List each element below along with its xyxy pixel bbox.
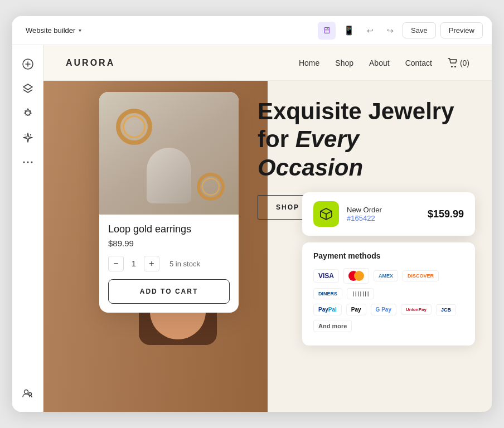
svg-point-5	[27, 162, 28, 163]
paypal-logo: PayPal	[313, 304, 342, 315]
add-to-cart-button[interactable]: ADD TO CART	[108, 279, 230, 304]
left-sidebar	[12, 45, 43, 412]
hero-heading-part1: Exquisite Jewelry	[258, 98, 454, 124]
website-canvas: AURORA Home Shop About Contact (0)	[43, 45, 492, 412]
undo-button[interactable]: ↩	[362, 23, 378, 38]
mastercard-logo	[343, 268, 369, 284]
svg-point-10	[454, 66, 456, 67]
order-number: #165422	[347, 214, 420, 222]
box-icon	[319, 207, 333, 221]
earring-top	[116, 109, 152, 145]
stone-base	[147, 148, 191, 203]
payment-row2: PayPal Pay G Pay UnionPay JCB And more	[313, 304, 464, 332]
website-builder-button[interactable]: Website builder ▾	[21, 24, 86, 37]
order-info: New Order #165422	[347, 206, 420, 222]
svg-point-7	[24, 390, 28, 394]
nav-home[interactable]: Home	[299, 59, 319, 67]
svg-point-6	[31, 162, 32, 163]
mobile-view-button[interactable]: 📱	[340, 22, 358, 40]
and-more-label: And more	[313, 320, 352, 332]
ai-button[interactable]	[18, 103, 38, 123]
applepay-logo: Pay	[346, 304, 366, 315]
amex-logo: AMEX	[374, 270, 398, 281]
more-button[interactable]	[18, 152, 38, 172]
product-info: Loop gold earrings $89.99 − 1 + 5 in sto…	[99, 215, 239, 313]
site-logo: AURORA	[66, 58, 115, 68]
svg-point-2	[30, 134, 31, 135]
nav-links: Home Shop About Contact (0)	[299, 58, 469, 68]
order-label: New Order	[347, 206, 420, 214]
redo-button[interactable]: ↪	[382, 23, 398, 38]
svg-point-9	[451, 66, 453, 67]
order-amount: $159.99	[428, 208, 464, 220]
product-card: Loop gold earrings $89.99 − 1 + 5 in sto…	[99, 92, 239, 313]
add-element-button[interactable]	[18, 54, 38, 74]
hero-section: Loop gold earrings $89.99 − 1 + 5 in sto…	[43, 81, 492, 412]
order-icon-box	[313, 201, 339, 227]
hero-heading-part2: for	[258, 126, 289, 152]
nav-about[interactable]: About	[369, 59, 390, 67]
quantity-row: − 1 + 5 in stock	[108, 256, 230, 271]
nav-contact[interactable]: Contact	[405, 59, 432, 67]
visa-logo: VISA	[313, 269, 339, 283]
layers-button[interactable]	[18, 79, 38, 99]
quantity-plus-button[interactable]: +	[144, 256, 159, 271]
cart-count: (0)	[460, 59, 469, 67]
product-name: Loop gold earrings	[108, 223, 230, 235]
quantity-value: 1	[129, 259, 138, 268]
sidebar-bottom	[18, 383, 38, 403]
new-order-card: New Order #165422 $159.99	[302, 192, 475, 236]
svg-point-3	[25, 134, 26, 135]
product-price: $89.99	[108, 239, 230, 248]
jcb-logo: JCB	[436, 304, 456, 315]
chevron-down-icon: ▾	[79, 27, 81, 33]
preview-button[interactable]: Preview	[440, 22, 483, 38]
site-nav: AURORA Home Shop About Contact (0)	[43, 45, 492, 81]
unionpay-logo: UnionPay	[401, 304, 432, 315]
quantity-minus-button[interactable]: −	[108, 256, 124, 271]
diners-logo: DINERS	[313, 288, 342, 299]
product-image	[99, 92, 239, 215]
svg-point-4	[23, 162, 25, 163]
googlepay-logo: G Pay	[371, 304, 396, 315]
payment-title: Payment methods	[313, 251, 464, 260]
payment-card: Payment methods VISA AMEX DISCOVER DINER…	[302, 242, 475, 346]
app-window: Website builder ▾ 🖥 📱 ↩ ↪ Save Preview	[12, 16, 492, 412]
sparkle-button[interactable]	[18, 128, 38, 148]
boleto-logo: |||||||	[347, 288, 374, 299]
cart-icon[interactable]: (0)	[448, 58, 469, 68]
payment-row1: VISA AMEX DISCOVER DINERS |||||||	[313, 268, 464, 299]
collab-button[interactable]	[18, 383, 38, 403]
top-bar-actions: 🖥 📱 ↩ ↪ Save Preview	[318, 22, 483, 40]
earring-bottom	[197, 173, 225, 201]
website-builder-label: Website builder	[26, 26, 75, 35]
save-button[interactable]: Save	[403, 22, 436, 38]
desktop-view-button[interactable]: 🖥	[318, 22, 336, 40]
discover-logo: DISCOVER	[403, 270, 439, 281]
nav-shop[interactable]: Shop	[335, 59, 353, 67]
hero-heading: Exquisite Jewelry for Every Occasion	[258, 98, 469, 182]
stock-text: 5 in stock	[169, 260, 200, 268]
top-bar: Website builder ▾ 🖥 📱 ↩ ↪ Save Preview	[12, 16, 492, 45]
main-layout: AURORA Home Shop About Contact (0)	[12, 45, 492, 412]
